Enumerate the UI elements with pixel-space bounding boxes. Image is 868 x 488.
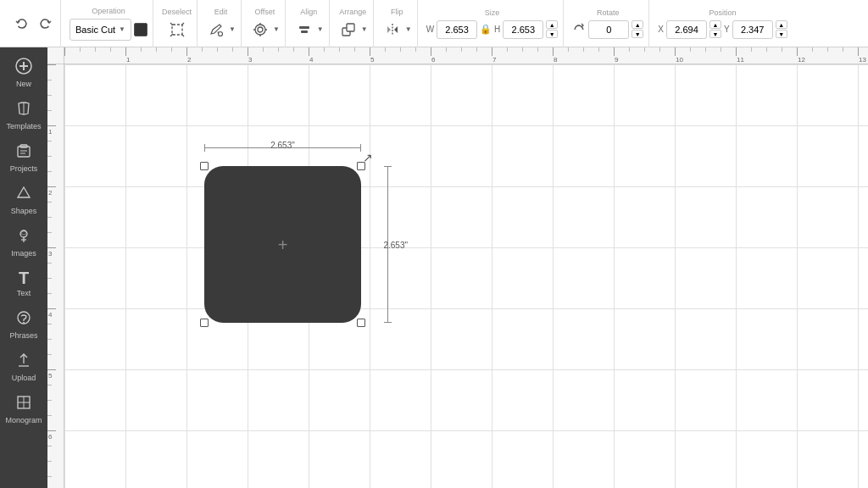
deselect-label: Deselect	[162, 8, 192, 16]
new-icon	[15, 58, 32, 77]
y-input[interactable]	[732, 20, 773, 39]
sidebar-item-templates[interactable]: Templates	[0, 93, 47, 136]
sidebar-label-images: Images	[11, 249, 36, 258]
x-down[interactable]: ▼	[709, 30, 721, 38]
sidebar-item-shapes[interactable]: Shapes	[0, 178, 47, 220]
svg-line-6	[218, 31, 219, 33]
rotate-input[interactable]	[588, 20, 629, 39]
rotate-icon	[572, 23, 586, 36]
x-up[interactable]: ▲	[709, 20, 721, 29]
height-up[interactable]: ▲	[546, 20, 558, 29]
sidebar-item-upload[interactable]: Upload	[0, 345, 47, 387]
arrange-chevron: ▼	[361, 25, 368, 33]
sidebar-item-projects[interactable]: Projects	[0, 136, 47, 178]
edit-chevron: ▼	[229, 25, 236, 33]
main-area: New Templates Projects Shapes	[0, 47, 868, 488]
flip-section: Flip ▼	[377, 0, 418, 47]
handle-bottom-right[interactable]	[357, 319, 365, 327]
operation-section: Operation Basic Cut ▼	[64, 0, 153, 47]
flip-label: Flip	[391, 8, 403, 16]
offset-chevron: ▼	[273, 25, 280, 33]
rotate-down[interactable]: ▼	[632, 30, 643, 38]
align-label: Align	[300, 8, 317, 16]
phrases-icon	[15, 309, 32, 329]
position-section: Position X ▲ ▼ Y ▲ ▼	[653, 0, 792, 47]
svg-rect-14	[301, 30, 308, 33]
lock-icon[interactable]: 🔒	[480, 24, 492, 35]
sidebar-item-images[interactable]: Images	[0, 220, 47, 263]
offset-section: Offset ▼	[245, 0, 286, 47]
grid-canvas[interactable]: 2.653" 2.653" +	[64, 64, 868, 488]
resize-arrow-icon[interactable]: ↗	[363, 151, 373, 164]
x-input[interactable]	[666, 20, 707, 39]
y-up[interactable]: ▲	[776, 20, 787, 29]
y-spinner[interactable]: ▲ ▼	[776, 20, 787, 38]
images-icon	[15, 227, 32, 247]
svg-rect-16	[347, 24, 354, 31]
sidebar-item-monogram[interactable]: Monogram	[0, 387, 47, 430]
monogram-icon	[15, 394, 32, 413]
dim-label-h: 2.653"	[270, 141, 295, 150]
undo-redo-section	[7, 0, 61, 47]
shape-container[interactable]: 2.653" 2.653" +	[204, 166, 361, 323]
ruler-top-row: 123456789101112131415	[47, 47, 868, 64]
svg-rect-13	[299, 26, 309, 29]
edit-section: Edit ▼	[201, 0, 242, 47]
operation-dropdown[interactable]: Basic Cut ▼	[70, 19, 131, 41]
svg-rect-0	[172, 25, 182, 35]
align-section: Align ▼	[289, 0, 330, 47]
text-icon: T	[19, 269, 29, 286]
height-input[interactable]	[503, 20, 543, 39]
templates-icon	[15, 100, 32, 119]
shapes-icon	[15, 185, 32, 204]
rotate-section: Rotate ▲ ▼	[567, 0, 649, 47]
redo-button[interactable]	[35, 14, 55, 34]
ruler-corner	[47, 47, 64, 64]
vertical-ruler: 12345678	[47, 64, 64, 488]
width-input[interactable]	[437, 20, 477, 39]
flip-button[interactable]	[382, 19, 403, 40]
svg-point-33	[18, 312, 30, 324]
color-swatch[interactable]	[134, 23, 147, 36]
operation-chevron: ▼	[119, 25, 125, 33]
edit-button[interactable]	[206, 19, 226, 40]
handle-bottom-left[interactable]	[200, 319, 209, 327]
sidebar-label-templates: Templates	[6, 122, 41, 130]
width-label: W	[426, 25, 434, 34]
sidebar-label-new: New	[16, 80, 31, 88]
y-down[interactable]: ▼	[776, 30, 787, 38]
canvas-with-ruler: 123456789101112131415 12345678 2.653" 2.…	[47, 47, 868, 488]
shape-rounded-rect[interactable]: +	[204, 166, 361, 323]
height-down[interactable]: ▼	[546, 30, 558, 38]
rotate-up[interactable]: ▲	[632, 20, 643, 29]
sidebar-label-text: Text	[17, 289, 31, 297]
svg-rect-24	[18, 147, 30, 157]
flip-chevron: ▼	[405, 25, 412, 33]
horizontal-ruler: 123456789101112131415	[64, 47, 868, 64]
deselect-button[interactable]	[167, 19, 187, 40]
sidebar-label-shapes: Shapes	[11, 207, 37, 215]
arrange-button[interactable]	[338, 19, 359, 40]
svg-marker-18	[387, 26, 391, 33]
size-section: Size W 🔒 H ▲ ▼	[421, 0, 565, 47]
svg-point-34	[23, 322, 25, 324]
offset-button[interactable]	[250, 19, 270, 40]
align-button[interactable]	[294, 19, 314, 40]
arrange-label: Arrange	[339, 8, 366, 16]
shape-center-cross: +	[278, 235, 288, 254]
handle-top-left[interactable]	[200, 162, 209, 170]
height-spinner[interactable]: ▲ ▼	[546, 20, 558, 38]
operation-value: Basic Cut	[75, 25, 115, 35]
deselect-section: Deselect	[157, 0, 198, 47]
sidebar-item-new[interactable]: New	[0, 51, 47, 93]
sidebar-item-phrases[interactable]: Phrases	[0, 302, 47, 345]
x-label: X	[658, 25, 664, 34]
canvas-body: 12345678 2.653" 2.653" +	[47, 64, 868, 488]
rotate-label: Rotate	[597, 8, 620, 17]
x-spinner[interactable]: ▲ ▼	[709, 20, 721, 38]
size-label: Size	[485, 8, 500, 17]
rotate-spinner[interactable]: ▲ ▼	[632, 20, 643, 38]
sidebar-label-phrases: Phrases	[9, 331, 37, 340]
undo-button[interactable]	[12, 14, 32, 34]
sidebar-item-text[interactable]: T Text	[0, 263, 47, 302]
